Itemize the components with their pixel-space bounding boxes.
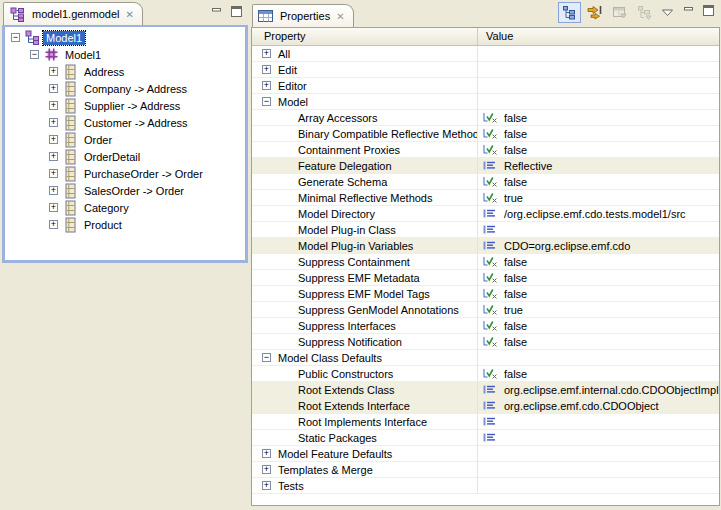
property-value-cell[interactable]: org.eclipse.emf.internal.cdo.CDOObjectIm… xyxy=(478,382,719,397)
view-menu-icon[interactable] xyxy=(658,2,676,23)
property-name-cell: +Editor xyxy=(252,78,478,93)
tree-item[interactable]: +SalesOrder -> Order xyxy=(5,182,245,199)
property-row[interactable]: Root Implements Interface xyxy=(252,414,719,430)
properties-maximize-icon[interactable] xyxy=(702,5,715,16)
properties-minimize-icon[interactable] xyxy=(682,5,695,16)
editor-tab[interactable]: model1.genmodel ✕ xyxy=(3,2,143,25)
property-row[interactable]: Root Extends Classorg.eclipse.emf.intern… xyxy=(252,382,719,398)
expand-icon[interactable]: + xyxy=(49,135,58,144)
property-value-cell[interactable]: false xyxy=(478,254,719,269)
expand-icon[interactable]: + xyxy=(262,449,271,458)
collapse-icon[interactable]: − xyxy=(30,50,39,59)
property-value-cell[interactable]: false xyxy=(478,126,719,141)
column-header-property[interactable]: Property xyxy=(252,28,478,45)
property-value-cell[interactable]: false xyxy=(478,286,719,301)
property-value-cell[interactable] xyxy=(478,430,719,445)
property-value-cell[interactable]: false xyxy=(478,174,719,189)
expand-icon[interactable]: + xyxy=(262,65,271,74)
property-value-cell[interactable]: true xyxy=(478,302,719,317)
property-row[interactable]: Suppress EMF Metadatafalse xyxy=(252,270,719,286)
property-row[interactable]: Suppress Notificationfalse xyxy=(252,334,719,350)
property-value-cell[interactable]: org.eclipse.emf.cdo.CDOObject xyxy=(478,398,719,413)
show-advanced-properties-icon[interactable] xyxy=(583,2,606,23)
property-row[interactable]: +Templates & Merge xyxy=(252,462,719,478)
tree-mode-icon[interactable] xyxy=(558,2,581,23)
expand-icon[interactable]: + xyxy=(49,169,58,178)
property-value-cell[interactable]: false xyxy=(478,142,719,157)
expand-icon[interactable]: + xyxy=(49,203,58,212)
property-row[interactable]: Model Directory/org.eclipse.emf.cdo.test… xyxy=(252,206,719,222)
tree-item[interactable]: +Product xyxy=(5,216,245,233)
tree-item[interactable]: −Model1 xyxy=(5,29,245,46)
property-value-cell[interactable]: false xyxy=(478,110,719,125)
properties-tab-close-icon[interactable]: ✕ xyxy=(336,11,344,22)
property-value-cell[interactable]: false xyxy=(478,318,719,333)
expand-icon[interactable]: + xyxy=(262,81,271,90)
property-row[interactable]: Feature DelegationReflective xyxy=(252,158,719,174)
expand-icon[interactable]: + xyxy=(262,465,271,474)
property-name: Suppress Containment xyxy=(298,256,410,268)
property-row[interactable]: Suppress Containmentfalse xyxy=(252,254,719,270)
property-row[interactable]: +Editor xyxy=(252,78,719,94)
property-row[interactable]: −Model Class Defaults xyxy=(252,350,719,366)
expand-icon[interactable]: + xyxy=(49,186,58,195)
property-row[interactable]: Public Constructorsfalse xyxy=(252,366,719,382)
editor-minimize-icon[interactable] xyxy=(210,6,223,17)
property-row[interactable]: Minimal Reflective Methodstrue xyxy=(252,190,719,206)
expand-icon[interactable]: + xyxy=(49,84,58,93)
property-row[interactable]: Model Plug-in Class xyxy=(252,222,719,238)
collapse-icon[interactable]: − xyxy=(262,97,271,106)
collapse-icon[interactable]: − xyxy=(262,353,271,362)
property-row[interactable]: Binary Compatible Reflective Methodsfals… xyxy=(252,126,719,142)
boolean-value-icon xyxy=(482,304,499,315)
tree-item[interactable]: +Company -> Address xyxy=(5,80,245,97)
property-value-cell[interactable]: CDO=org.eclipse.emf.cdo xyxy=(478,238,719,253)
expand-icon[interactable]: + xyxy=(49,118,58,127)
property-name-cell: Suppress Notification xyxy=(252,334,478,349)
property-value-cell[interactable]: false xyxy=(478,366,719,381)
property-row[interactable]: Suppress GenModel Annotationstrue xyxy=(252,302,719,318)
property-value-cell[interactable] xyxy=(478,222,719,237)
property-row[interactable]: Static Packages xyxy=(252,430,719,446)
expand-icon[interactable]: + xyxy=(49,67,58,76)
tree-item[interactable]: +Supplier -> Address xyxy=(5,97,245,114)
expand-icon[interactable]: + xyxy=(49,101,58,110)
column-header-value[interactable]: Value xyxy=(478,28,719,45)
expand-icon[interactable]: + xyxy=(49,220,58,229)
tree-item[interactable]: +Category xyxy=(5,199,245,216)
property-value-cell[interactable]: Reflective xyxy=(478,158,719,173)
property-row[interactable]: Suppress EMF Model Tagsfalse xyxy=(252,286,719,302)
property-value-cell[interactable]: /org.eclipse.emf.cdo.tests.model1/src xyxy=(478,206,719,221)
property-row[interactable]: Generate Schemafalse xyxy=(252,174,719,190)
tree-item-label: Model1 xyxy=(43,31,85,45)
property-row[interactable]: Model Plug-in VariablesCDO=org.eclipse.e… xyxy=(252,238,719,254)
property-value-cell[interactable]: false xyxy=(478,270,719,285)
expand-icon[interactable]: + xyxy=(262,481,271,490)
editor-tab-close-icon[interactable]: ✕ xyxy=(125,9,133,20)
property-value-cell xyxy=(478,78,719,93)
expand-icon[interactable]: + xyxy=(49,152,58,161)
property-row[interactable]: Root Extends Interfaceorg.eclipse.emf.cd… xyxy=(252,398,719,414)
editor-maximize-icon[interactable] xyxy=(230,6,243,17)
tree-item[interactable]: +Order xyxy=(5,131,245,148)
tree-item[interactable]: +OrderDetail xyxy=(5,148,245,165)
property-row[interactable]: +Edit xyxy=(252,62,719,78)
boolean-value-icon xyxy=(482,144,499,155)
property-value-cell[interactable] xyxy=(478,414,719,429)
property-row[interactable]: Array Accessorsfalse xyxy=(252,110,719,126)
property-row[interactable]: +Model Feature Defaults xyxy=(252,446,719,462)
property-row[interactable]: −Model xyxy=(252,94,719,110)
tree-item[interactable]: +Customer -> Address xyxy=(5,114,245,131)
tree-item[interactable]: +Address xyxy=(5,63,245,80)
property-value-cell[interactable]: false xyxy=(478,334,719,349)
collapse-icon[interactable]: − xyxy=(11,33,20,42)
properties-tab[interactable]: Properties ✕ xyxy=(252,4,354,27)
property-value-cell[interactable]: true xyxy=(478,190,719,205)
tree-item[interactable]: +PurchaseOrder -> Order xyxy=(5,165,245,182)
property-row[interactable]: +All xyxy=(252,46,719,62)
property-row[interactable]: +Tests xyxy=(252,478,719,494)
tree-item[interactable]: −Model1 xyxy=(5,46,245,63)
expand-icon[interactable]: + xyxy=(262,49,271,58)
property-row[interactable]: Suppress Interfacesfalse xyxy=(252,318,719,334)
property-row[interactable]: Containment Proxiesfalse xyxy=(252,142,719,158)
